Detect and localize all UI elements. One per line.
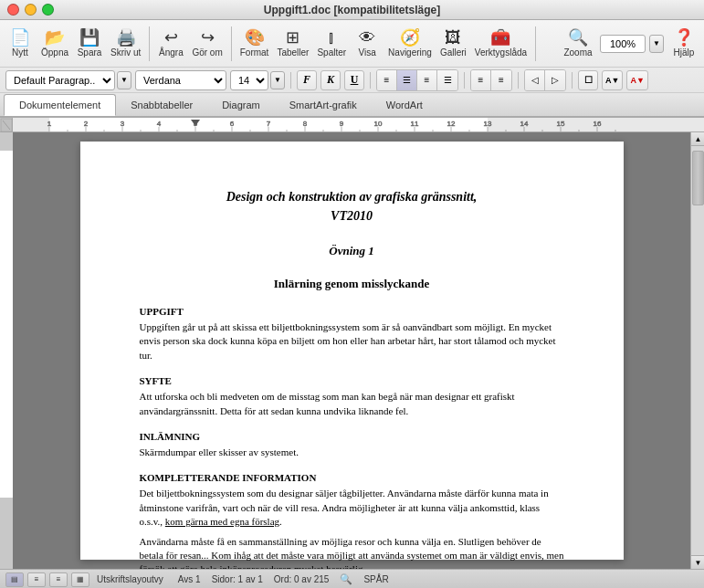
- undo-button[interactable]: ↩ Ångra: [154, 24, 187, 64]
- tab-document-elements[interactable]: Dokumentelement: [4, 94, 116, 116]
- zoom-value-input[interactable]: 100%: [600, 35, 646, 53]
- print-icon: 🖨️: [116, 29, 136, 46]
- columns-icon: ⫿: [328, 29, 336, 46]
- words-info: Ord: 0 av 215: [274, 574, 330, 584]
- scroll-down-button[interactable]: ▼: [691, 555, 704, 569]
- maximize-button[interactable]: [42, 4, 54, 16]
- section-body-inlamning: Skärmdumpar eller skisser av systemet.: [140, 446, 564, 459]
- window-controls[interactable]: [7, 4, 54, 16]
- highlight-color-button[interactable]: A▼: [602, 70, 623, 90]
- align-justify-button[interactable]: ☰: [437, 70, 457, 90]
- open-icon: 📂: [45, 29, 65, 46]
- align-center-button[interactable]: ☰: [397, 70, 417, 90]
- toolbar-separator-3: [535, 26, 536, 61]
- bullet-list-button[interactable]: ≡: [471, 70, 491, 90]
- size-dropdown-icon[interactable]: ▼: [270, 71, 285, 89]
- help-button[interactable]: ❓ Hjälp: [667, 24, 700, 64]
- font-select[interactable]: Verdana: [135, 70, 226, 90]
- svg-text:3: 3: [121, 120, 125, 128]
- underline-phrase: kom gärna med egna förslag: [165, 516, 279, 527]
- window-title: Uppgift1.doc [kompatibilitetsläge]: [264, 4, 440, 16]
- svg-text:10: 10: [374, 120, 383, 128]
- undo-icon: ↩: [164, 29, 178, 46]
- svg-text:6: 6: [230, 120, 235, 128]
- tab-diagram[interactable]: Diagram: [207, 94, 275, 116]
- section-body-uppgift: Uppgiften går ut på att skissa ett bilje…: [140, 320, 564, 362]
- view-mode-buttons: ▤ ≡ ≡ ▦: [5, 572, 89, 587]
- vertical-scrollbar: ▲ ▼: [690, 132, 704, 569]
- minimize-button[interactable]: [25, 4, 37, 16]
- navigation-button[interactable]: 🧭 Navigering: [384, 24, 436, 64]
- tables-button[interactable]: ⊞ Tabeller: [273, 24, 312, 64]
- indent-decrease-button[interactable]: ◁: [525, 70, 545, 90]
- svg-text:13: 13: [484, 120, 492, 128]
- svg-text:9: 9: [340, 120, 344, 128]
- svg-text:2: 2: [84, 120, 89, 128]
- font-color-button[interactable]: A▼: [626, 70, 647, 90]
- main-toolbar: 📄 Nytt 📂 Öppna 💾 Spara 🖨️ Skriv ut ↩ Ång…: [0, 20, 704, 68]
- ruler-area: 1 2 3 4 5 6 7 8 9 10 11: [0, 118, 704, 132]
- scroll-up-button[interactable]: ▲: [691, 132, 704, 146]
- zoom-icon: 🔍: [568, 29, 588, 46]
- style-dropdown-icon[interactable]: ▼: [117, 71, 131, 89]
- document-exercise-label: Övning 1: [140, 244, 564, 258]
- svg-text:7: 7: [267, 120, 271, 128]
- document-canvas[interactable]: Design och konstruktion av grafiska grän…: [13, 132, 690, 569]
- fmt-separator-5: [572, 72, 573, 89]
- scroll-thumb[interactable]: [692, 151, 704, 205]
- zoom-button[interactable]: 🔍 Zooma: [560, 24, 596, 64]
- indent-increase-button[interactable]: ▷: [545, 70, 565, 90]
- outline-view-button[interactable]: ≡: [27, 572, 46, 587]
- print-button[interactable]: 🖨️ Skriv ut: [107, 24, 144, 64]
- ruler-corner: [0, 118, 13, 131]
- print-layout-button[interactable]: ▤: [5, 572, 24, 587]
- gallery-button[interactable]: 🖼 Galleri: [436, 24, 470, 64]
- status-bar: ▤ ≡ ≡ ▦ Utskriftslayoutvy Avs 1 Sidor: 1…: [0, 569, 704, 588]
- text-border-button[interactable]: ☐: [578, 70, 598, 90]
- spellcheck-icon: 🔍: [340, 573, 352, 585]
- tab-smartart[interactable]: SmartArt-grafik: [275, 94, 372, 116]
- tab-quick-tables[interactable]: Snabbtabeller: [116, 94, 207, 116]
- tab-wordart[interactable]: WordArt: [372, 94, 437, 116]
- font-size-select[interactable]: 14: [230, 70, 268, 90]
- fmt-separator-2: [370, 72, 371, 89]
- redo-button[interactable]: ↪ Gör om: [188, 24, 226, 64]
- open-button[interactable]: 📂 Öppna: [37, 24, 72, 64]
- svg-rect-52: [0, 151, 13, 498]
- svg-text:15: 15: [557, 120, 565, 128]
- format-icon: 🎨: [245, 29, 265, 46]
- style-select[interactable]: Default Paragrap...: [5, 70, 115, 90]
- file-group: 📄 Nytt 📂 Öppna 💾 Spara 🖨️ Skriv ut: [4, 24, 144, 64]
- fmt-separator-1: [290, 72, 291, 89]
- svg-text:14: 14: [520, 120, 529, 128]
- view-button[interactable]: 👁 Visa: [351, 24, 384, 64]
- document-main-title: Design och konstruktion av grafiska grän…: [140, 187, 564, 226]
- bold-button[interactable]: F: [297, 70, 317, 90]
- format-button[interactable]: 🎨 Format: [236, 24, 273, 64]
- italic-button[interactable]: K: [320, 70, 341, 90]
- close-button[interactable]: [7, 4, 19, 16]
- gallery-icon: 🖼: [445, 29, 461, 46]
- zoom-area: 🔍 Zooma 100% ▼ ❓ Hjälp: [560, 24, 700, 64]
- align-left-button[interactable]: ≡: [377, 70, 397, 90]
- zoom-dropdown-button[interactable]: ▼: [649, 35, 664, 53]
- navigation-icon: 🧭: [400, 29, 420, 46]
- underline-button[interactable]: U: [344, 70, 364, 90]
- numbered-list-button[interactable]: ≡: [491, 70, 511, 90]
- redo-icon: ↪: [201, 29, 215, 46]
- save-button[interactable]: 💾 Spara: [73, 24, 106, 64]
- draft-view-button[interactable]: ≡: [49, 572, 68, 587]
- titlebar: Uppgift1.doc [kompatibilitetsläge]: [0, 0, 704, 20]
- formatting-toolbar: Default Paragrap... ▼ Verdana 14 ▼ F K U…: [0, 68, 704, 93]
- section-body-continuation: Användarna måste få en sammanställning a…: [140, 535, 564, 569]
- align-right-button[interactable]: ≡: [417, 70, 437, 90]
- list-buttons: ≡ ≡: [470, 69, 512, 91]
- scroll-track[interactable]: [691, 146, 704, 555]
- section-heading-uppgift: UPPGIFT: [140, 306, 564, 317]
- section-heading-syfte: SYFTE: [140, 375, 564, 386]
- section-body-syfte: Att utforska och bli medveten om de miss…: [140, 390, 564, 418]
- columns-button[interactable]: ⫿ Spalter: [313, 24, 350, 64]
- toolbox-button[interactable]: 🧰 Verktygslåda: [471, 24, 531, 64]
- notebook-view-button[interactable]: ▦: [71, 572, 89, 587]
- new-button[interactable]: 📄 Nytt: [4, 24, 37, 64]
